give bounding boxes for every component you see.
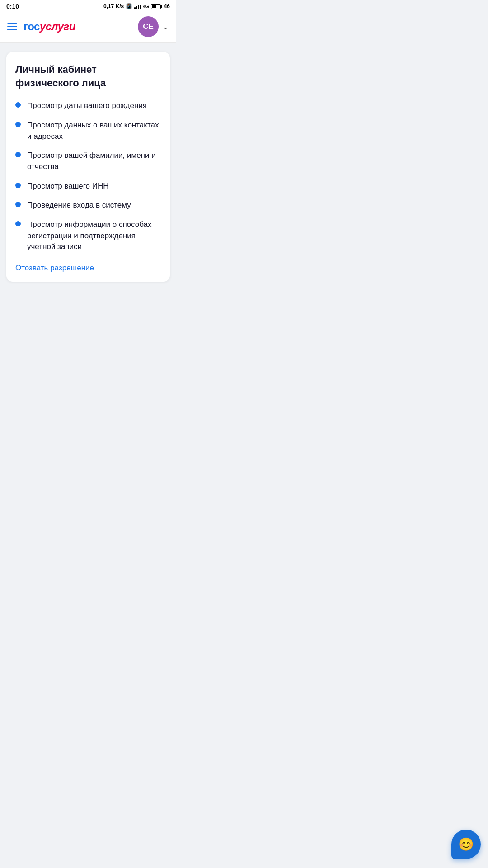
battery-icon [151,4,162,9]
signal-icon [134,4,141,9]
header-right: СЕ ⌄ [138,16,169,37]
bullet-text-4: Проведение входа в систему [27,200,131,211]
bullet-text-2: Просмотр вашей фамилии, имени и отчества [27,150,161,172]
bullet-item: Просмотр вашей фамилии, имени и отчества [15,150,161,172]
permissions-list: Просмотр даты вашего рожденияПросмотр да… [15,100,161,252]
logo-gos: гос [23,20,40,33]
bullet-dot-icon [15,122,21,127]
battery-level: 46 [164,3,170,9]
bullet-item: Проведение входа в систему [15,200,161,211]
bullet-item: Просмотр информации о способах регистрац… [15,219,161,253]
status-time: 0:10 [6,3,19,10]
header-left: госуслуги [7,20,75,33]
main-content: Личный кабинет физического лица Просмотр… [0,43,176,291]
bullet-text-3: Просмотр вашего ИНН [27,181,109,192]
permissions-card: Личный кабинет физического лица Просмотр… [6,52,170,282]
hamburger-line-1 [7,23,17,24]
avatar-initials: СЕ [143,22,154,31]
bullet-item: Просмотр даты вашего рождения [15,100,161,112]
bullet-dot-icon [15,102,21,108]
bullet-dot-icon [15,202,21,207]
bullet-dot-icon [15,152,21,157]
network-type: 4G [143,4,149,9]
user-avatar[interactable]: СЕ [138,16,159,37]
bullet-dot-icon [15,221,21,226]
bullet-dot-icon [15,183,21,188]
status-bar: 0:10 0,17 K/s 📳 4G 46 [0,0,176,12]
card-title: Личный кабинет физического лица [15,63,161,90]
revoke-permission-link[interactable]: Отозвать разрешение [15,264,94,272]
status-right-group: 0,17 K/s 📳 4G 46 [103,3,170,9]
app-header: госуслуги СЕ ⌄ [0,12,176,43]
bullet-item: Просмотр вашего ИНН [15,181,161,192]
app-logo[interactable]: госуслуги [23,20,75,33]
bullet-text-5: Просмотр информации о способах регистрац… [27,219,161,253]
bullet-text-0: Просмотр даты вашего рождения [27,100,147,112]
bullet-text-1: Просмотр данных о ваших контактах и адре… [27,120,161,142]
chevron-down-icon[interactable]: ⌄ [162,22,169,32]
menu-icon[interactable] [7,23,17,30]
bullet-item: Просмотр данных о ваших контактах и адре… [15,120,161,142]
status-speed: 0,17 K/s [103,3,124,9]
vibrate-icon: 📳 [126,3,132,9]
logo-uslugi: услуги [40,20,75,33]
hamburger-line-3 [7,29,17,30]
hamburger-line-2 [7,26,17,28]
